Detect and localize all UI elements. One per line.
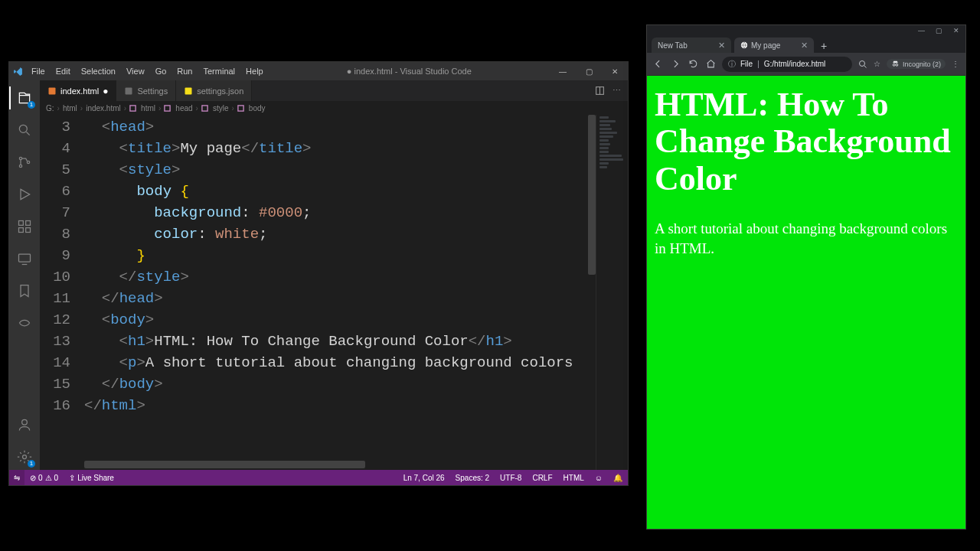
code-line[interactable]: color: white; xyxy=(84,223,628,245)
close-button[interactable]: ✕ xyxy=(953,27,959,34)
code-lines[interactable]: <head> <title>My page</title> <style> bo… xyxy=(84,115,628,470)
back-icon[interactable] xyxy=(653,59,663,69)
line-gutter: 345678910111213141516 xyxy=(40,115,84,470)
tab-label: Settings xyxy=(137,86,168,96)
menu-icon[interactable]: ⋮ xyxy=(952,60,959,68)
editor-area: index.html●Settingssettings.json ⋯ G:›ht… xyxy=(40,80,628,470)
indentation[interactable]: Spaces: 2 xyxy=(450,474,495,482)
source-control-icon[interactable] xyxy=(9,149,40,175)
vscode-titlebar[interactable]: FileEditSelectionViewGoRunTerminalHelp ●… xyxy=(9,62,628,80)
maximize-button[interactable]: ▢ xyxy=(936,27,942,34)
site-info-icon[interactable]: ⓘ xyxy=(728,59,736,70)
minimize-button[interactable]: — xyxy=(918,27,925,34)
code-line[interactable]: </body> xyxy=(84,373,628,395)
code-line[interactable]: </style> xyxy=(84,266,628,288)
close-tab-icon[interactable]: ✕ xyxy=(801,41,808,51)
tab-settings[interactable]: Settings xyxy=(116,80,176,101)
remote-indicator[interactable]: ⇋ xyxy=(9,470,24,485)
breadcrumb-body[interactable]: body xyxy=(249,104,266,112)
menu-run[interactable]: Run xyxy=(172,67,198,76)
warning-count: 0 xyxy=(54,474,59,482)
menu-terminal[interactable]: Terminal xyxy=(198,67,241,76)
tab-index-html[interactable]: index.html● xyxy=(40,80,116,101)
more-actions-icon[interactable]: ⋯ xyxy=(612,86,622,96)
incognito-label: Incognito (2) xyxy=(903,60,941,68)
code-line[interactable]: <style> xyxy=(84,159,628,181)
notifications-icon[interactable]: 🔔 xyxy=(608,474,628,482)
vertical-scrollbar[interactable] xyxy=(588,115,596,470)
explorer-icon[interactable]: 1 xyxy=(9,85,40,111)
breadcrumb-indexhtml[interactable]: index.html xyxy=(86,104,121,112)
breadcrumb-head[interactable]: head xyxy=(175,104,192,112)
bookmarks-icon[interactable] xyxy=(9,278,40,304)
incognito-badge[interactable]: Incognito (2) xyxy=(887,59,946,69)
manage-icon[interactable]: 1 xyxy=(9,444,40,470)
address-bar[interactable]: ⓘ File | G:/html/index.html xyxy=(722,57,852,72)
breadcrumb-html[interactable]: html xyxy=(141,104,155,112)
run-debug-icon[interactable] xyxy=(9,181,40,207)
favicon-icon xyxy=(740,41,748,49)
breadcrumb-g[interactable]: G: xyxy=(46,104,54,112)
eol[interactable]: CRLF xyxy=(527,474,557,482)
menu-selection[interactable]: Selection xyxy=(76,67,121,76)
maximize-button[interactable]: ▢ xyxy=(576,62,602,80)
code-line[interactable]: </html> xyxy=(84,395,628,416)
live-share-icon[interactable] xyxy=(9,310,40,336)
line-number: 5 xyxy=(40,159,70,181)
language-mode[interactable]: HTML xyxy=(558,474,590,482)
breadcrumbs[interactable]: G:›html›index.html›html›head›style›body xyxy=(40,101,628,115)
accounts-icon[interactable] xyxy=(9,412,40,438)
browser-tab-my-page[interactable]: My page✕ xyxy=(734,37,814,53)
browser-tabstrip: New Tab✕My page✕+ xyxy=(647,36,965,53)
zoom-icon[interactable] xyxy=(858,60,867,69)
problems-indicator[interactable]: ⊘0 ⚠0 xyxy=(24,474,64,482)
split-editor-icon[interactable] xyxy=(595,86,605,96)
browser-tab-new-tab[interactable]: New Tab✕ xyxy=(652,37,731,53)
symbol-icon xyxy=(237,104,246,112)
code-line[interactable]: <head> xyxy=(84,116,628,138)
svg-point-21 xyxy=(893,64,895,67)
minimize-button[interactable]: — xyxy=(550,62,576,80)
breadcrumb-style[interactable]: style xyxy=(213,104,229,112)
menu-view[interactable]: View xyxy=(121,67,150,76)
menu-go[interactable]: Go xyxy=(150,67,172,76)
encoding[interactable]: UTF-8 xyxy=(495,474,527,482)
close-tab-icon[interactable]: ✕ xyxy=(718,41,725,51)
svg-rect-8 xyxy=(19,254,31,262)
browser-window-controls: — ▢ ✕ xyxy=(647,25,965,36)
svg-point-22 xyxy=(896,64,898,67)
horizontal-scrollbar[interactable] xyxy=(84,461,596,468)
close-button[interactable]: ✕ xyxy=(602,62,628,80)
tab-settings-json[interactable]: settings.json xyxy=(176,80,252,101)
vscode-menu: FileEditSelectionViewGoRunTerminalHelp xyxy=(26,67,269,76)
breadcrumb-separator-icon: › xyxy=(57,104,60,112)
code-line[interactable]: <title>My page</title> xyxy=(84,138,628,159)
reload-icon[interactable] xyxy=(688,59,698,69)
code-line[interactable]: <body> xyxy=(84,309,628,331)
menu-help[interactable]: Help xyxy=(240,67,269,76)
code-editor[interactable]: 345678910111213141516 <head> <title>My p… xyxy=(40,115,628,470)
breadcrumb-separator-icon: › xyxy=(158,104,161,112)
cursor-position[interactable]: Ln 7, Col 26 xyxy=(398,474,450,482)
live-share-status[interactable]: ⇪Live Share xyxy=(64,474,119,482)
forward-icon[interactable] xyxy=(671,59,681,69)
code-line[interactable]: body { xyxy=(84,181,628,202)
code-line[interactable]: <h1>HTML: How To Change Background Color… xyxy=(84,331,628,352)
feedback-icon[interactable]: ☺ xyxy=(590,474,608,482)
code-line[interactable]: <p>A short tutorial about changing backg… xyxy=(84,352,628,373)
remote-icon[interactable] xyxy=(9,246,40,272)
extensions-icon[interactable] xyxy=(9,214,40,240)
new-tab-button[interactable]: + xyxy=(817,39,831,53)
code-line[interactable]: </head> xyxy=(84,288,628,309)
code-line[interactable]: } xyxy=(84,245,628,266)
menu-file[interactable]: File xyxy=(26,67,51,76)
browser-viewport[interactable]: HTML: How To Change Background Color A s… xyxy=(647,76,965,529)
code-line[interactable]: background: #0000; xyxy=(84,202,628,223)
home-icon[interactable] xyxy=(706,59,716,69)
minimap[interactable] xyxy=(596,115,628,470)
menu-edit[interactable]: Edit xyxy=(51,67,76,76)
line-number: 6 xyxy=(40,181,70,202)
bookmark-icon[interactable]: ☆ xyxy=(874,60,880,68)
breadcrumb-html[interactable]: html xyxy=(63,104,77,112)
search-icon[interactable] xyxy=(9,117,40,143)
